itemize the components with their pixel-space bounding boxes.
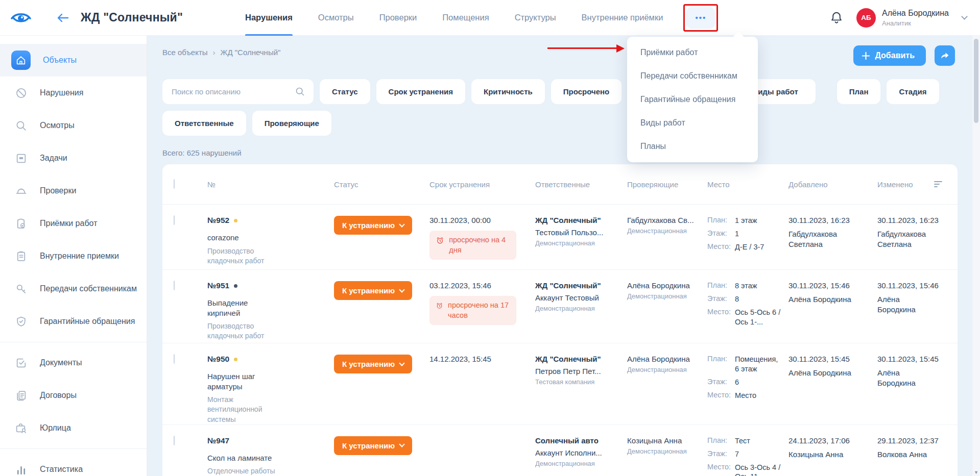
sidebar-item-tasks[interactable]: Задачи: [0, 142, 147, 174]
tab-premises[interactable]: Помещения: [442, 0, 489, 36]
violation-number: №951: [207, 281, 229, 290]
scrollbar-thumb[interactable]: [974, 39, 978, 123]
violation-number: №947: [207, 436, 229, 445]
filter-inspectors[interactable]: Проверяющие: [252, 111, 331, 136]
more-tabs-button[interactable]: •••: [686, 7, 715, 29]
select-all-checkbox[interactable]: [174, 179, 175, 189]
search-input[interactable]: [162, 79, 314, 104]
row-checkbox[interactable]: [174, 281, 175, 290]
sidebar-item-objects[interactable]: Объекты: [0, 44, 147, 77]
filter-plan[interactable]: План: [837, 79, 881, 104]
violation-row[interactable]: №950 Нарушен шаг арматуры Монтаж вентиля…: [162, 343, 958, 425]
magnifier-icon: [14, 119, 28, 132]
filter-overdue[interactable]: Просрочено: [551, 79, 622, 104]
place-floor-label: Этаж:: [707, 378, 735, 387]
bar-chart-icon: [14, 463, 28, 476]
col-number: №: [207, 180, 288, 189]
clipboard-list-icon: [14, 250, 28, 263]
ban-circle-icon: [14, 87, 28, 99]
menu-item-work-types[interactable]: Виды работ: [627, 111, 758, 135]
back-arrow-icon[interactable]: [56, 12, 69, 24]
shield-check-icon: [14, 315, 28, 328]
tab-internal-acceptances[interactable]: Внутренние приёмки: [582, 0, 663, 36]
violation-worktype: Монтаж вентиляционной системы: [207, 395, 281, 424]
sidebar-item-inspections[interactable]: Осмотры: [0, 109, 147, 142]
sidebar-item-statistics[interactable]: Статистика: [0, 453, 147, 476]
changed-date: 30.11.2023, 15:46: [877, 281, 939, 290]
place-plan-value: Тест: [735, 436, 781, 446]
place-spot-label: Место:: [707, 391, 735, 400]
sidebar-item-documents[interactable]: Документы: [0, 346, 147, 379]
chevron-down-icon: [399, 221, 404, 227]
added-date: 24.11.2023, 17:06: [788, 436, 870, 445]
sidebar-item-internal-acceptances[interactable]: Внутренние приемки: [0, 240, 147, 272]
inspector-name: Габдулхакова Св...: [627, 216, 699, 224]
status-dropdown-button[interactable]: К устранению: [334, 436, 412, 455]
filter-criticality[interactable]: Критичность: [471, 79, 545, 104]
sidebar-item-checks[interactable]: Проверки: [0, 174, 147, 207]
avatar[interactable]: АБ: [856, 8, 876, 28]
sidebar-item-owner-transfers[interactable]: Передачи собственникам: [0, 272, 147, 305]
chevron-down-icon: [399, 442, 404, 447]
user-name: Алёна Бородкина: [882, 8, 949, 18]
row-checkbox[interactable]: [174, 354, 175, 364]
red-annotation-arrow: [547, 47, 617, 49]
violation-row[interactable]: №947 Скол на ламинате Отделочные работы …: [162, 425, 958, 476]
sidebar-item-warranty-claims[interactable]: Гарантийные обращения: [0, 305, 147, 338]
menu-item-plans[interactable]: Планы: [627, 135, 758, 158]
share-button[interactable]: [935, 45, 955, 66]
notifications-bell-icon[interactable]: [830, 11, 843, 24]
sidebar-item-violations[interactable]: Нарушения: [0, 77, 147, 109]
inspector-company: Демонстрационная: [627, 227, 700, 235]
filter-deadline[interactable]: Срок устранения: [376, 79, 465, 104]
menu-item-work-acceptances[interactable]: Приёмки работ: [627, 41, 758, 64]
violation-number: №952: [207, 216, 229, 225]
added-by: Козицына Анна: [788, 449, 856, 460]
tab-violations[interactable]: Нарушения: [245, 0, 293, 36]
search-icon: [295, 86, 305, 97]
overdue-badge: просрочено на 4 дня: [429, 231, 516, 260]
scrollbar-down-arrow[interactable]: ▼: [972, 470, 980, 475]
place-plan-value: 8 этаж: [735, 281, 781, 291]
row-checkbox[interactable]: [174, 436, 175, 445]
tab-checks[interactable]: Проверки: [379, 0, 417, 36]
status-dropdown-button[interactable]: К устранению: [334, 355, 412, 373]
violation-title: Нарушен шаг арматуры: [207, 371, 281, 391]
filter-responsible[interactable]: Ответственные: [162, 111, 246, 136]
user-menu[interactable]: АБ Алёна Бородкина Аналитик: [856, 8, 967, 28]
breadcrumb-current-object[interactable]: ЖД "Солнечный": [221, 48, 281, 57]
app-logo-eye-icon[interactable]: [10, 10, 34, 26]
responsible-company: Демонстрационная: [535, 305, 620, 312]
square-check-icon: [14, 357, 28, 369]
violation-row[interactable]: №952 corazone Производство кладочных раб…: [162, 205, 958, 270]
sidebar-item-contracts[interactable]: Договоры: [0, 379, 147, 412]
violation-row[interactable]: №951 Выпадение кирпичей Производство кла…: [162, 270, 958, 343]
place-plan-value: 1 этаж: [735, 216, 781, 226]
added-by: Алёна Бородкина: [788, 294, 856, 305]
status-dropdown-button[interactable]: К устранению: [334, 281, 412, 300]
overdue-text: просрочено на 17 часов: [448, 300, 510, 320]
tab-inspections[interactable]: Осмотры: [318, 0, 354, 36]
deadline-date: 14.12.2023, 15:45: [429, 355, 528, 363]
menu-item-warranty-claims[interactable]: Гарантийные обращения: [627, 88, 758, 111]
status-dropdown-button[interactable]: К устранению: [334, 216, 412, 235]
vertical-scrollbar[interactable]: ▼: [972, 36, 980, 476]
responsible-user: Аккаунт Тестовый: [535, 293, 617, 302]
inspector-name: Козицына Анна: [627, 436, 699, 445]
menu-item-owner-transfers[interactable]: Передачи собственникам: [627, 64, 758, 88]
place-floor-value: 7: [735, 449, 781, 459]
place-spot-value: Место: [735, 391, 781, 400]
sidebar-item-work-acceptances[interactable]: Приёмки работ: [0, 207, 147, 240]
inspector-company: Демонстрационная: [627, 447, 700, 455]
filter-status[interactable]: Статус: [320, 79, 370, 104]
filter-stage[interactable]: Стадия: [887, 79, 939, 104]
tab-structures[interactable]: Структуры: [515, 0, 556, 36]
add-button[interactable]: Добавить: [853, 45, 926, 66]
added-date: 30.11.2023, 15:46: [788, 281, 870, 290]
col-status: Статус: [334, 180, 429, 189]
place-plan-label: План:: [707, 281, 735, 291]
row-checkbox[interactable]: [174, 215, 175, 225]
breadcrumb-all-objects[interactable]: Все объекты: [162, 48, 208, 57]
sort-icon[interactable]: [934, 180, 943, 188]
sidebar-item-legal-entities[interactable]: Юрлица: [0, 412, 147, 444]
